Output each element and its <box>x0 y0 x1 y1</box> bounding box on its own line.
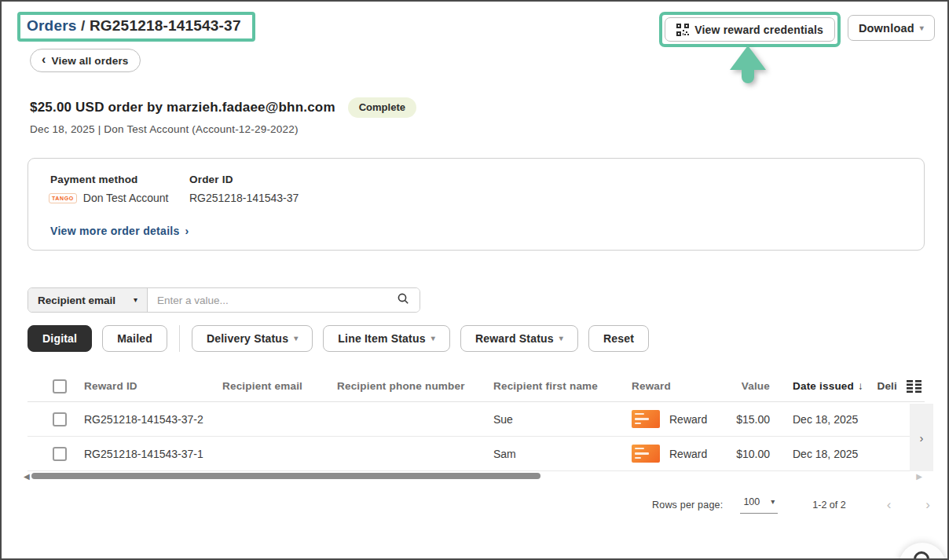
reward-cell: Reward ... <box>624 445 707 463</box>
order-id-value-row: RG251218-141543-37 <box>189 192 299 204</box>
search-field-selector-value: Recipient email <box>38 295 115 306</box>
column-header-recipient-email[interactable]: Recipient email <box>214 380 329 392</box>
breadcrumb-highlight-annotation: Orders / RG251218-141543-37 <box>17 12 255 42</box>
row-checkbox[interactable] <box>53 412 67 426</box>
column-header-recipient-first-name[interactable]: Recipient first name <box>485 380 624 392</box>
search-input[interactable] <box>148 288 387 312</box>
view-all-orders-button[interactable]: ‹ View all orders <box>30 49 141 72</box>
rows-per-page-label: Rows per page: <box>652 500 723 511</box>
orders-detail-page: Orders / RG251218-141543-37 View reward … <box>0 0 949 560</box>
column-header-value[interactable]: Value <box>707 380 771 392</box>
reset-label: Reset <box>603 332 634 345</box>
order-details-card: Payment method Order ID TANGO Don Test A… <box>27 158 925 251</box>
arrow-up-annotation <box>730 46 766 83</box>
chevron-down-icon: ▾ <box>771 498 775 506</box>
chevron-down-icon: ▾ <box>559 335 563 342</box>
payment-method-label: Payment method <box>50 174 138 185</box>
download-label: Download <box>859 22 914 35</box>
order-id-label: Order ID <box>189 174 233 185</box>
rows-per-page-select[interactable]: 100 ▾ <box>740 496 778 514</box>
breadcrumb-orders-link[interactable]: Orders <box>27 17 77 35</box>
tab-mailed-label: Mailed <box>117 332 152 345</box>
order-subtitle: Dec 18, 2025 | Don Test Account (Account… <box>30 123 299 135</box>
reward-card-thumbnail <box>632 410 660 428</box>
chevron-down-icon: ▾ <box>920 24 924 32</box>
chevron-down-icon: ▾ <box>294 335 298 342</box>
tab-digital[interactable]: Digital <box>27 325 92 352</box>
qr-code-icon <box>676 24 689 36</box>
pagination-range: 1-2 of 2 <box>812 500 845 511</box>
line-item-status-label: Line Item Status <box>338 332 425 345</box>
chevron-down-icon: ▾ <box>431 335 435 342</box>
order-id-value: RG251218-141543-37 <box>189 192 299 204</box>
payment-method-value: TANGO Don Test Account <box>49 192 168 204</box>
table-scroll-right-strip[interactable]: › <box>910 404 933 471</box>
date-issued-cell: Dec 18, 2025 <box>771 448 866 460</box>
value-cell: $15.00 <box>707 413 771 426</box>
pagination-bar: Rows per page: 100 ▾ 1-2 of 2 ‹ › <box>652 496 930 514</box>
chevron-right-icon: › <box>185 225 189 237</box>
scroll-right-icon[interactable]: ▶ <box>916 472 922 481</box>
filter-toolbar: Digital Mailed Delivery Status ▾ Line It… <box>27 325 649 352</box>
tab-mailed[interactable]: Mailed <box>102 325 167 352</box>
view-more-order-details-link[interactable]: View more order details › <box>50 225 189 237</box>
reset-button[interactable]: Reset <box>588 325 649 352</box>
column-header-date-issued[interactable]: Date issued ↓ <box>771 380 866 392</box>
scroll-left-icon[interactable]: ◀ <box>24 472 30 481</box>
rows-per-page-value: 100 <box>743 496 760 507</box>
view-reward-credentials-highlight-annotation: View reward credentials <box>659 12 841 47</box>
search-submit[interactable] <box>387 288 420 312</box>
chevron-left-icon: ‹ <box>42 53 46 67</box>
help-icon <box>914 551 929 560</box>
value-cell: $10.00 <box>707 448 771 460</box>
status-badge: Complete <box>348 97 416 118</box>
delivery-status-dropdown[interactable]: Delivery Status ▾ <box>192 325 313 352</box>
chevron-down-icon: ▾ <box>134 296 137 304</box>
view-all-orders-label: View all orders <box>52 55 129 67</box>
search-bar: Recipient email ▾ <box>27 287 420 313</box>
order-summary-header: $25.00 USD order by marzieh.fadaee@bhn.c… <box>30 97 416 118</box>
search-icon <box>397 292 409 308</box>
scrollbar-thumb[interactable] <box>31 473 540 479</box>
arrow-head <box>730 46 766 70</box>
view-more-order-details-label: View more order details <box>50 225 180 237</box>
column-settings-icon[interactable] <box>907 380 922 393</box>
table-row[interactable]: RG251218-141543-37-1 Sam Reward ... $10.… <box>27 437 925 471</box>
view-reward-credentials-label: View reward credentials <box>694 24 823 36</box>
reward-name-truncated: Reward ... <box>669 413 707 426</box>
breadcrumb-current-order-id: RG251218-141543-37 <box>90 17 241 35</box>
delivery-status-label: Delivery Status <box>207 332 288 345</box>
recipient-first-name-cell: Sam <box>485 448 624 460</box>
reward-id-cell: RG251218-141543-37-2 <box>76 413 214 426</box>
view-reward-credentials-button[interactable]: View reward credentials <box>665 17 835 42</box>
arrow-stem <box>742 70 754 83</box>
table-header-row: Reward ID Recipient email Recipient phon… <box>27 371 925 402</box>
line-item-status-dropdown[interactable]: Line Item Status ▾ <box>323 325 450 352</box>
previous-page-button[interactable]: ‹ <box>887 497 892 513</box>
order-title: $25.00 USD order by marzieh.fadaee@bhn.c… <box>30 100 335 115</box>
breadcrumb-separator: / <box>77 17 90 35</box>
horizontal-scrollbar: ◀ ▶ <box>24 471 929 481</box>
column-header-delivery-truncated[interactable]: Deli <box>877 380 897 392</box>
row-checkbox[interactable] <box>53 447 67 461</box>
rewards-table: Reward ID Recipient email Recipient phon… <box>27 371 925 471</box>
tab-digital-label: Digital <box>42 332 77 345</box>
chevron-right-icon: › <box>920 431 924 445</box>
reward-name-truncated: Reward ... <box>669 448 707 460</box>
tango-brand-logo: TANGO <box>49 193 77 203</box>
column-header-reward-id[interactable]: Reward ID <box>76 380 214 392</box>
column-header-reward[interactable]: Reward <box>624 380 707 392</box>
next-page-button[interactable]: › <box>925 497 930 513</box>
download-button[interactable]: Download ▾ <box>848 15 935 41</box>
filter-divider <box>179 325 180 352</box>
reward-status-dropdown[interactable]: Reward Status ▾ <box>460 325 578 352</box>
reward-cell: Reward ... <box>624 410 707 428</box>
sort-desc-icon: ↓ <box>858 380 863 392</box>
search-field-selector[interactable]: Recipient email ▾ <box>28 288 148 312</box>
help-button[interactable] <box>898 542 947 560</box>
reward-id-cell: RG251218-141543-37-1 <box>76 448 214 460</box>
column-header-recipient-phone[interactable]: Recipient phone number <box>329 380 485 392</box>
select-all-checkbox[interactable] <box>53 379 67 393</box>
payment-account-name: Don Test Account <box>83 192 169 204</box>
table-row[interactable]: RG251218-141543-37-2 Sue Reward ... $15.… <box>27 402 925 437</box>
